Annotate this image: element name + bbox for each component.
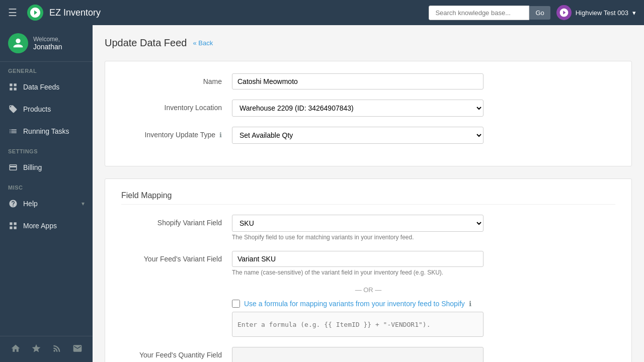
- sidebar-item-running-tasks[interactable]: Running Tasks: [0, 120, 93, 142]
- inventory-update-type-select[interactable]: Set Available Qty: [232, 127, 484, 144]
- quantity-control: The name (case-sensitive) of the invento…: [232, 347, 484, 362]
- svg-point-0: [16, 39, 20, 43]
- help-label: Help: [23, 200, 38, 208]
- bottom-icon-home[interactable]: [9, 341, 23, 357]
- layout: Welcome, Jonathan GENERAL Data Feeds Pro…: [0, 25, 644, 362]
- feed-variant-help: The name (case-sensitive) of the variant…: [232, 269, 484, 276]
- billing-icon: [8, 162, 18, 172]
- formula-checkbox-label[interactable]: Use a formula for mapping variants from …: [244, 300, 471, 308]
- formula-row: Use a formula for mapping variants from …: [121, 300, 615, 337]
- misc-section-label: MISC: [0, 178, 93, 193]
- name-label: Name: [121, 73, 232, 85]
- running-tasks-label: Running Tasks: [23, 127, 69, 135]
- sidebar-user-avatar: [8, 33, 28, 53]
- sidebar: Welcome, Jonathan GENERAL Data Feeds Pro…: [0, 25, 93, 362]
- products-label: Products: [23, 105, 51, 113]
- running-tasks-icon: [8, 126, 18, 136]
- formula-checkbox[interactable]: [232, 300, 240, 308]
- bottom-icon-mail[interactable]: [70, 341, 85, 357]
- inventory-location-select[interactable]: Warehouse 2209 (ID: 34264907843): [232, 100, 484, 117]
- user-menu[interactable]: Highview Test 003 ▾: [556, 5, 636, 20]
- main-form-card: Name Inventory Location Warehouse 2209 (…: [105, 61, 632, 166]
- header-left: ☰ EZ Inventory: [8, 5, 101, 21]
- inventory-location-row: Inventory Location Warehouse 2209 (ID: 3…: [121, 100, 615, 117]
- feed-variant-row: Your Feed's Variant Field The name (case…: [121, 251, 615, 276]
- hamburger-menu[interactable]: ☰: [8, 7, 17, 19]
- svg-rect-2: [14, 83, 17, 86]
- back-link[interactable]: « Back: [193, 39, 213, 47]
- main-content: Update Data Feed « Back Name Inventory L…: [93, 25, 644, 362]
- settings-section-label: SETTINGS: [0, 142, 93, 156]
- formula-control: Use a formula for mapping variants from …: [232, 300, 484, 337]
- sidebar-user-section: Welcome, Jonathan: [0, 25, 93, 62]
- app-logo: [27, 5, 43, 21]
- svg-rect-1: [10, 83, 12, 86]
- svg-rect-8: [14, 227, 17, 229]
- user-name-label: Highview Test 003: [576, 9, 628, 17]
- inventory-location-control: Warehouse 2209 (ID: 34264907843): [232, 100, 484, 117]
- inventory-update-type-control: Set Available Qty: [232, 127, 484, 144]
- more-apps-icon: [8, 221, 18, 231]
- user-avatar: [556, 5, 572, 20]
- app-title: EZ Inventory: [49, 8, 101, 18]
- page-title: Update Data Feed: [105, 37, 187, 49]
- name-input[interactable]: [232, 73, 484, 89]
- more-apps-label: More Apps: [23, 222, 57, 230]
- field-mapping-title: Field Mapping: [121, 191, 615, 205]
- feed-variant-input[interactable]: [232, 251, 484, 267]
- shopify-variant-control: SKU The Shopify field to use for matchin…: [232, 215, 484, 241]
- shopify-variant-label: Shopify Variant Field: [121, 215, 232, 227]
- shopify-variant-row: Shopify Variant Field SKU The Shopify fi…: [121, 215, 615, 241]
- quantity-input[interactable]: [232, 347, 484, 362]
- sidebar-bottom-bar: [0, 336, 93, 362]
- search-button[interactable]: Go: [529, 6, 550, 20]
- sidebar-item-billing[interactable]: Billing: [0, 156, 93, 178]
- general-section-label: GENERAL: [0, 62, 93, 76]
- sidebar-item-data-feeds[interactable]: Data Feeds: [0, 76, 93, 98]
- content-area: Update Data Feed « Back Name Inventory L…: [93, 25, 644, 362]
- data-feeds-label: Data Feeds: [23, 83, 59, 91]
- quantity-label: Your Feed's Quantity Field: [121, 347, 232, 359]
- name-row: Name: [121, 73, 615, 89]
- svg-rect-7: [10, 227, 12, 229]
- shopify-variant-select[interactable]: SKU: [232, 215, 484, 232]
- sidebar-item-more-apps[interactable]: More Apps: [0, 215, 93, 237]
- bottom-icon-star[interactable]: [29, 341, 43, 357]
- inventory-update-type-label: Inventory Update Type ℹ: [121, 127, 232, 139]
- search-container: Go: [429, 6, 550, 20]
- field-mapping-card: Field Mapping Shopify Variant Field SKU …: [105, 178, 632, 362]
- help-chevron-icon: ▾: [82, 200, 85, 207]
- billing-label: Billing: [23, 163, 42, 171]
- name-control: [232, 73, 484, 89]
- inventory-update-type-info-icon[interactable]: ℹ: [219, 131, 222, 139]
- top-header: ☰ EZ Inventory Go Highview Test 003 ▾: [0, 0, 644, 25]
- sidebar-user-text: Welcome, Jonathan: [33, 36, 62, 51]
- feed-variant-control: The name (case-sensitive) of the variant…: [232, 251, 484, 276]
- products-icon: [8, 104, 18, 114]
- user-chevron-icon: ▾: [632, 9, 636, 17]
- sidebar-item-help[interactable]: Help ▾: [0, 193, 93, 215]
- formula-info-icon[interactable]: ℹ: [469, 300, 471, 308]
- shopify-variant-help: The Shopify field to use for matching va…: [232, 234, 484, 241]
- welcome-text: Welcome,: [33, 36, 62, 43]
- svg-rect-5: [10, 222, 12, 225]
- page-header: Update Data Feed « Back: [105, 37, 632, 49]
- svg-rect-4: [14, 88, 17, 90]
- inventory-location-label: Inventory Location: [121, 100, 232, 112]
- formula-spacer: [121, 300, 232, 304]
- data-feeds-icon: [8, 82, 18, 92]
- username-text: Jonathan: [33, 43, 62, 51]
- sidebar-item-products[interactable]: Products: [0, 98, 93, 120]
- quantity-row: Your Feed's Quantity Field The name (cas…: [121, 347, 615, 362]
- svg-rect-6: [14, 222, 17, 225]
- feed-variant-label: Your Feed's Variant Field: [121, 251, 232, 263]
- formula-input[interactable]: [232, 312, 484, 337]
- help-icon: [8, 199, 18, 209]
- bottom-icon-rss[interactable]: [50, 341, 64, 357]
- search-input[interactable]: [429, 6, 529, 20]
- formula-checkbox-row: Use a formula for mapping variants from …: [232, 300, 484, 308]
- svg-rect-3: [10, 88, 12, 90]
- inventory-update-type-row: Inventory Update Type ℹ Set Available Qt…: [121, 127, 615, 144]
- header-right: Go Highview Test 003 ▾: [429, 5, 636, 20]
- or-divider-1: — OR —: [121, 286, 615, 294]
